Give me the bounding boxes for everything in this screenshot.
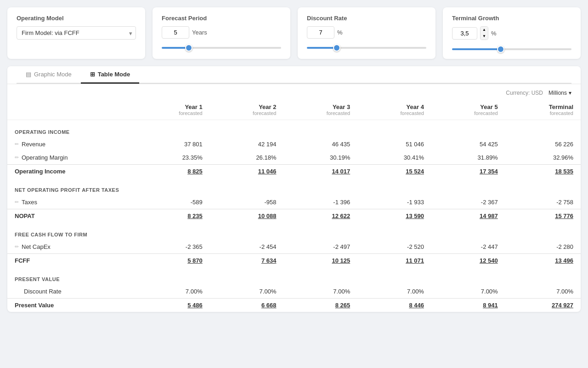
table-header-row: Year 1forecasted Year 2forecasted Year 3…	[7, 100, 581, 120]
discount-rate-row: Discount Rate 7.00% 7.00% 7.00% 7.00% 7.…	[7, 285, 581, 299]
fcff-total-row: FCFF 5 870 7 634 10 125 11 071 12 540 13…	[7, 254, 581, 268]
forecast-period-card: Forecast Period Years	[153, 7, 290, 59]
edit-icon[interactable]: ✏	[15, 141, 19, 147]
forecast-period-slider-wrapper	[162, 43, 281, 50]
revenue-y1: 37 801	[136, 138, 210, 151]
fcff-terminal: 13 496	[505, 254, 581, 268]
forecast-period-input-group: Years	[162, 26, 281, 39]
taxes-y5: -2 367	[431, 196, 505, 209]
net-capex-cell-label: ✏ Net CapEx	[7, 240, 136, 253]
operating-margin-cell-label: ✏ Operating Margin	[7, 151, 136, 164]
op-margin-y4: 30.41%	[357, 151, 431, 165]
forecast-period-input[interactable]	[162, 26, 189, 39]
tabs-container: ▤ Graphic Mode ⊞ Table Mode	[7, 66, 581, 84]
fcff-y1: 5 870	[136, 254, 210, 268]
taxes-y2: -958	[210, 196, 284, 209]
dr-y1: 7.00%	[136, 285, 210, 299]
op-margin-y2: 26.18%	[210, 151, 284, 165]
op-income-y3: 14 017	[283, 165, 357, 178]
page: Operating Model Firm Model: via FCFF Equ…	[0, 0, 588, 368]
terminal-growth-increment[interactable]: ▲	[481, 27, 488, 33]
op-income-terminal: 18 535	[505, 165, 581, 178]
currency-label: Currency: USD	[506, 90, 543, 96]
dr-y5: 7.00%	[431, 285, 505, 299]
revenue-cell-label: ✏ Revenue	[7, 138, 136, 151]
operating-income-total-label: Operating Income	[7, 165, 136, 178]
taxes-terminal: -2 758	[505, 196, 581, 209]
nopat-terminal: 15 776	[505, 209, 581, 223]
capex-y2: -2 454	[210, 240, 284, 254]
operating-model-select-wrapper[interactable]: Firm Model: via FCFF Equity Model: via F…	[17, 26, 136, 40]
nopat-y3: 12 622	[283, 209, 357, 223]
col-header-year1: Year 1forecasted	[136, 100, 210, 120]
nopat-total-row: NOPAT 8 235 10 088 12 622 13 590 14 987 …	[7, 209, 581, 223]
content-card: ▤ Graphic Mode ⊞ Table Mode Currency: US…	[7, 66, 581, 312]
terminal-growth-decrement[interactable]: ▼	[481, 33, 488, 40]
terminal-growth-slider[interactable]	[452, 48, 571, 50]
forecast-period-label: Forecast Period	[162, 15, 281, 22]
op-margin-y1: 23.35%	[136, 151, 210, 165]
discount-rate-label: Discount Rate	[307, 15, 426, 22]
present-value-total-row: Present Value 5 486 6 668 8 265 8 446 8 …	[7, 299, 581, 312]
taxes-label: Taxes	[22, 199, 37, 206]
nopat-y1: 8 235	[136, 209, 210, 223]
forecast-period-slider[interactable]	[162, 47, 281, 49]
section-nopat-label: NET OPERATING PROFIT AFTER TAXES	[7, 178, 581, 196]
capex-y5: -2 447	[431, 240, 505, 254]
discount-rate-input[interactable]	[307, 26, 334, 39]
net-capex-row: ✏ Net CapEx -2 365 -2 454 -2 497 -2 520 …	[7, 240, 581, 254]
tab-table[interactable]: ⊞ Table Mode	[81, 66, 140, 84]
revenue-label: Revenue	[22, 141, 45, 148]
fcff-y3: 10 125	[283, 254, 357, 268]
taxes-cell-label: ✏ Taxes	[7, 196, 136, 209]
op-margin-y5: 31.89%	[431, 151, 505, 165]
nopat-y5: 14 987	[431, 209, 505, 223]
section-nopat-header: NET OPERATING PROFIT AFTER TAXES	[7, 178, 581, 196]
revenue-y3: 46 435	[283, 138, 357, 151]
taxes-row: ✏ Taxes -589 -958 -1 396 -1 933 -2 367 -…	[7, 196, 581, 209]
revenue-y5: 54 425	[431, 138, 505, 151]
dr-terminal: 7.00%	[505, 285, 581, 299]
pv-y5: 8 941	[431, 299, 505, 312]
capex-terminal: -2 280	[505, 240, 581, 254]
fcff-total-label: FCFF	[7, 254, 136, 268]
tabs-row: ▤ Graphic Mode ⊞ Table Mode	[17, 66, 571, 84]
discount-rate-slider-wrapper	[307, 43, 426, 50]
terminal-growth-spinner: ▲ ▼	[480, 26, 488, 40]
edit-icon[interactable]: ✏	[15, 155, 19, 161]
discount-rate-cell-label: Discount Rate	[7, 285, 136, 299]
taxes-y1: -589	[136, 196, 210, 209]
pv-y3: 8 265	[283, 299, 357, 312]
tab-graphic[interactable]: ▤ Graphic Mode	[17, 66, 81, 84]
edit-icon[interactable]: ✏	[15, 199, 19, 205]
revenue-y4: 51 046	[357, 138, 431, 151]
dr-y2: 7.00%	[210, 285, 284, 299]
tab-graphic-label: Graphic Mode	[34, 71, 72, 78]
revenue-y2: 42 194	[210, 138, 284, 151]
section-fcff-header: FREE CASH FLOW TO FIRM	[7, 223, 581, 240]
op-income-y1: 8 825	[136, 165, 210, 178]
operating-model-label: Operating Model	[17, 15, 136, 22]
terminal-growth-unit: %	[491, 30, 497, 37]
nopat-y4: 13 590	[357, 209, 431, 223]
discount-rate-card: Discount Rate %	[298, 7, 435, 59]
financial-table: Year 1forecasted Year 2forecasted Year 3…	[7, 100, 581, 312]
terminal-growth-slider-wrapper	[452, 45, 571, 52]
operating-model-select[interactable]: Firm Model: via FCFF Equity Model: via F…	[17, 26, 136, 40]
currency-row: Currency: USD Millions ▾	[7, 84, 581, 100]
pv-y1: 5 486	[136, 299, 210, 312]
col-header-empty	[7, 100, 136, 120]
tab-table-label: Table Mode	[98, 71, 130, 78]
discount-rate-slider[interactable]	[307, 47, 426, 49]
section-pv-label: PRESENT VALUE	[7, 267, 581, 285]
op-income-y5: 17 354	[431, 165, 505, 178]
col-header-year5: Year 5forecasted	[431, 100, 505, 120]
operating-income-total-row: Operating Income 8 825 11 046 14 017 15 …	[7, 165, 581, 178]
edit-icon[interactable]: ✏	[15, 244, 19, 250]
section-operating-income-header: OPERATING INCOME	[7, 120, 581, 138]
millions-select[interactable]: Millions ▾	[548, 90, 571, 96]
section-operating-income-label: OPERATING INCOME	[7, 120, 581, 138]
pv-y4: 8 446	[357, 299, 431, 312]
revenue-terminal: 56 226	[505, 138, 581, 151]
terminal-growth-input[interactable]	[452, 27, 477, 40]
